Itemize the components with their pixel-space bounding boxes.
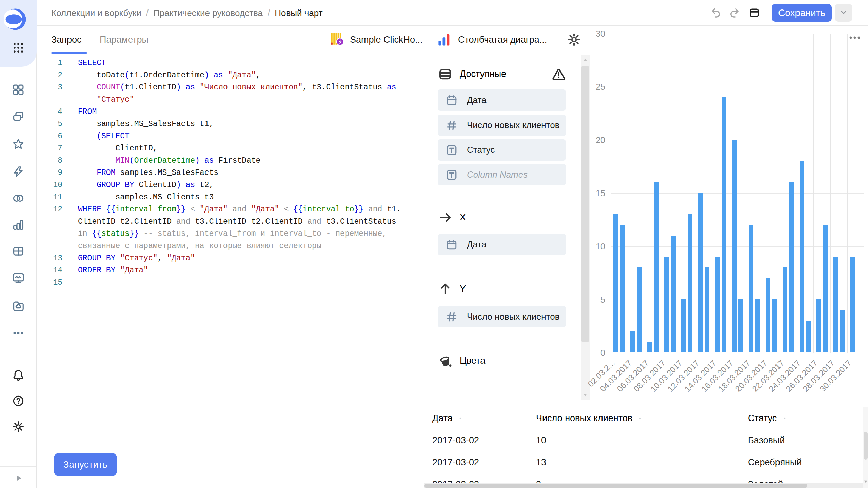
y-axis-label: 20: [596, 135, 605, 145]
field-available-1[interactable]: Дата: [438, 89, 566, 111]
bar-28.03.2017: [833, 257, 838, 352]
code-text: связанные с параметрами, на которые влия…: [78, 240, 321, 252]
sidebar-item-lightning-icon[interactable]: [12, 165, 25, 179]
field-y-1[interactable]: Число новых клиентов: [438, 306, 566, 327]
sort-asc-icon[interactable]: [637, 415, 643, 421]
table-cell: 2017-03-02: [432, 429, 479, 451]
redo-icon[interactable]: [727, 5, 743, 21]
line-number: 8: [37, 155, 62, 167]
sidebar-item-collections-icon[interactable]: [12, 110, 25, 124]
code-line: ClientID=t2.ClientID and t3.ClientID=t2.…: [37, 216, 423, 228]
preview-table: ДатаЧисло новых клиентовСтатус2017-03-02…: [424, 407, 868, 488]
line-number: 2: [37, 69, 62, 81]
save-menu-button[interactable]: [835, 4, 852, 22]
table-header-3[interactable]: Статус: [748, 407, 788, 429]
field-available-3[interactable]: Статус: [438, 139, 566, 161]
save-button[interactable]: Сохранить: [772, 4, 832, 22]
field-label: Дата: [467, 95, 487, 105]
y-axis-label: 5: [600, 295, 605, 305]
bar-15.03.2017: [722, 97, 726, 352]
section-warning-icon[interactable]: [551, 67, 566, 82]
layout-panel-icon[interactable]: [747, 5, 762, 21]
fields-scrollbar[interactable]: [581, 55, 590, 400]
line-number: [37, 94, 62, 106]
field-type-calendar-icon: [445, 238, 458, 251]
y-axis-label: 25: [596, 82, 605, 92]
fields-scrollbar-thumb[interactable]: [581, 66, 589, 342]
code-text: (SELECT: [78, 130, 130, 142]
sidebar-item-bar-chart-icon[interactable]: [12, 218, 25, 231]
visualization-area: Столбчатая диагра... ДоступныеДатаЧисло …: [424, 26, 868, 488]
x-gridline: [864, 34, 864, 353]
datalens-logo-icon[interactable]: [4, 8, 26, 30]
table-hscroll-thumb[interactable]: [424, 484, 807, 488]
sort-asc-icon[interactable]: [782, 415, 788, 421]
field-available-4[interactable]: Column Names: [438, 164, 566, 185]
table-horizontal-scrollbar[interactable]: [424, 483, 863, 488]
field-x-1[interactable]: Дата: [438, 234, 566, 255]
undo-icon[interactable]: [708, 5, 724, 21]
x-gridline: [780, 34, 780, 353]
line-number: 12: [37, 203, 62, 216]
code-line: 1SELECT: [37, 57, 423, 69]
tab-query[interactable]: Запрос: [51, 26, 81, 54]
table-header-1[interactable]: Дата: [432, 407, 463, 429]
sidebar-help-icon[interactable]: [12, 394, 25, 408]
table-vscroll-thumb[interactable]: [864, 432, 868, 460]
sidebar-item-star-icon[interactable]: [12, 137, 25, 151]
bar-chart-type-icon[interactable]: [437, 33, 452, 47]
scroll-down-icon[interactable]: [581, 391, 590, 400]
sidebar-item-more-dots-icon[interactable]: [12, 326, 25, 340]
x-gridline: [695, 34, 695, 353]
field-label: Дата: [467, 239, 487, 250]
sidebar-item-table-grid-icon[interactable]: [12, 244, 25, 258]
run-button[interactable]: Запустить: [54, 453, 117, 476]
chevron-down-icon: [840, 8, 848, 18]
table-cell: 13: [536, 451, 546, 473]
bar-24.03.2017: [800, 161, 804, 352]
sidebar-item-cloud-folder-icon[interactable]: [12, 299, 25, 313]
section-divider: [424, 198, 581, 198]
sidebar-item-monitor-icon[interactable]: [12, 271, 25, 285]
bar-21.03.2017: [772, 299, 777, 352]
chart-settings-gear-icon[interactable]: [567, 32, 582, 48]
sidebar-bell-icon[interactable]: [12, 368, 25, 382]
bar-22.03.2017: [783, 267, 787, 352]
chart-menu-icon[interactable]: [848, 34, 863, 42]
sidebar-item-squares-icon[interactable]: [12, 83, 25, 97]
sidebar-gear-icon[interactable]: [12, 420, 25, 433]
x-gridline: [712, 34, 712, 353]
bar-04.03.2017: [630, 331, 635, 352]
sort-asc-icon[interactable]: [457, 415, 463, 421]
field-type-textbox-icon: [445, 144, 458, 157]
table-vertical-scrollbar[interactable]: [863, 407, 868, 488]
tab-params[interactable]: Параметры: [100, 26, 149, 54]
datasource-chip[interactable]: Sample ClickHo...: [324, 26, 423, 54]
y-gridline: [611, 140, 864, 140]
bar-19.03.2017: [755, 299, 760, 352]
breadcrumb-link[interactable]: Практические руководства: [153, 8, 263, 18]
scroll-up-icon[interactable]: [581, 55, 590, 64]
breadcrumb-link[interactable]: Коллекции и воркбуки: [51, 8, 141, 18]
code-line: 4FROM: [37, 106, 423, 118]
sidebar-divider: [0, 466, 36, 467]
y-axis-label: 15: [596, 188, 605, 198]
bar-26.03.2017: [816, 299, 821, 352]
chart-type-title[interactable]: Столбчатая диагра...: [458, 26, 547, 54]
x-gridline: [678, 34, 678, 353]
code-line: 12WHERE {{interval_from}} < "Дата" and "…: [37, 203, 423, 216]
field-available-2[interactable]: Число новых клиентов: [438, 115, 566, 136]
field-label: Число новых клиентов: [467, 120, 560, 130]
apps-grid-icon[interactable]: [12, 41, 25, 55]
expand-sidebar-button[interactable]: [12, 472, 25, 484]
table-cell: 10: [536, 429, 546, 451]
bar-07.03.2017: [654, 182, 659, 352]
table-header-2[interactable]: Число новых клиентов: [536, 407, 643, 429]
code-text: MIN(OrderDatetime) as FirstDate: [78, 155, 260, 167]
code-text: COUNT(t1.ClientID) as "Число новых клиен…: [78, 81, 396, 94]
line-number: 3: [37, 81, 62, 94]
column-label: Дата: [432, 413, 453, 424]
sidebar: [0, 0, 37, 488]
sql-code-editor[interactable]: 1SELECT2 toDate(t1.OrderDatetime) as "Да…: [37, 54, 423, 289]
sidebar-item-circles-icon[interactable]: [12, 191, 25, 205]
